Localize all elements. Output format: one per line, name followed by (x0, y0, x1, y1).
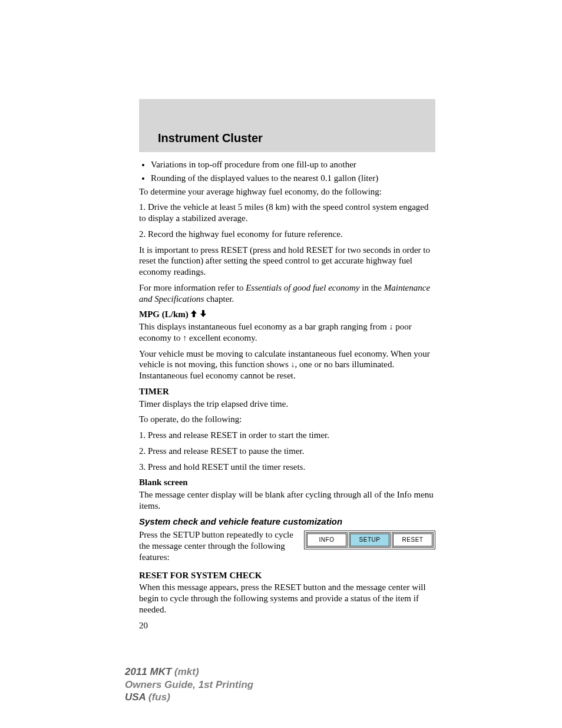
body-text: 1. Press and release RESET in order to s… (139, 430, 435, 441)
text-run: This displays instantaneous fuel economy… (139, 322, 389, 331)
arrow-up-icon (190, 309, 198, 319)
body-text: It is important to press RESET (press an… (139, 245, 435, 278)
subheading: Blank screen (139, 477, 435, 488)
button-frame: INFO SETUP RESET (304, 531, 435, 549)
subheading: RESET FOR SYSTEM CHECK (139, 570, 435, 581)
body-text: 3. Press and hold RESET until the timer … (139, 462, 435, 473)
body-text: When this message appears, press the RES… (139, 582, 435, 615)
body-text: The message center display will be blank… (139, 489, 435, 512)
text-italic: Essentials of good fuel economy (246, 283, 359, 292)
text-run: in the (360, 283, 384, 292)
text-run: 2011 MKT (125, 666, 174, 677)
body-text: 2. Press and release RESET to pause the … (139, 446, 435, 457)
body-text: This displays instantaneous fuel economy… (139, 321, 435, 344)
page-number: 20 (139, 620, 435, 631)
page-content: Variations in top-off procedure from one… (139, 159, 435, 631)
body-text: For more information refer to Essentials… (139, 282, 435, 305)
subheading-italic: System check and vehicle feature customi… (139, 516, 435, 528)
mpg-heading: MPG (L/km) (139, 309, 435, 320)
footer-line: USA (fus) (125, 691, 253, 703)
reset-button[interactable]: RESET (392, 532, 434, 548)
list-item: Rounding of the displayed values to the … (151, 173, 435, 184)
text-run: For more information refer to (139, 283, 246, 292)
body-text: To determine your average highway fuel e… (139, 186, 435, 197)
subheading: TIMER (139, 386, 435, 397)
bullet-list: Variations in top-off procedure from one… (139, 159, 435, 184)
body-text: 2. Record the highway fuel economy for f… (139, 229, 435, 240)
info-button[interactable]: INFO (306, 532, 348, 548)
page-footer: 2011 MKT (mkt) Owners Guide, 1st Printin… (125, 666, 253, 703)
footer-line: 2011 MKT (mkt) (125, 666, 253, 678)
text-run: excellent economy. (187, 333, 257, 342)
body-text: To operate, do the following: (139, 414, 435, 425)
footer-line: Owners Guide, 1st Printing (125, 678, 253, 691)
button-panel: INFO SETUP RESET (304, 531, 435, 549)
body-text: Timer displays the trip elapsed drive ti… (139, 398, 435, 410)
system-row: INFO SETUP RESET Press the SETUP button … (139, 529, 435, 562)
text-run: chapter. (204, 294, 234, 304)
arrow-down-icon (199, 309, 207, 319)
text-run: USA (125, 691, 148, 703)
list-item: Variations in top-off procedure from one… (151, 159, 435, 170)
body-text: 1. Drive the vehicle at least 5 miles (8… (139, 202, 435, 224)
text-run: (fus) (148, 691, 170, 703)
body-text: Your vehicle must be moving to calculate… (139, 348, 435, 381)
section-header: Instrument Cluster (139, 99, 435, 152)
text-run: (mkt) (174, 666, 199, 677)
setup-button[interactable]: SETUP (349, 532, 391, 548)
section-title: Instrument Cluster (158, 131, 435, 145)
mpg-label: MPG (L/km) (139, 309, 189, 320)
